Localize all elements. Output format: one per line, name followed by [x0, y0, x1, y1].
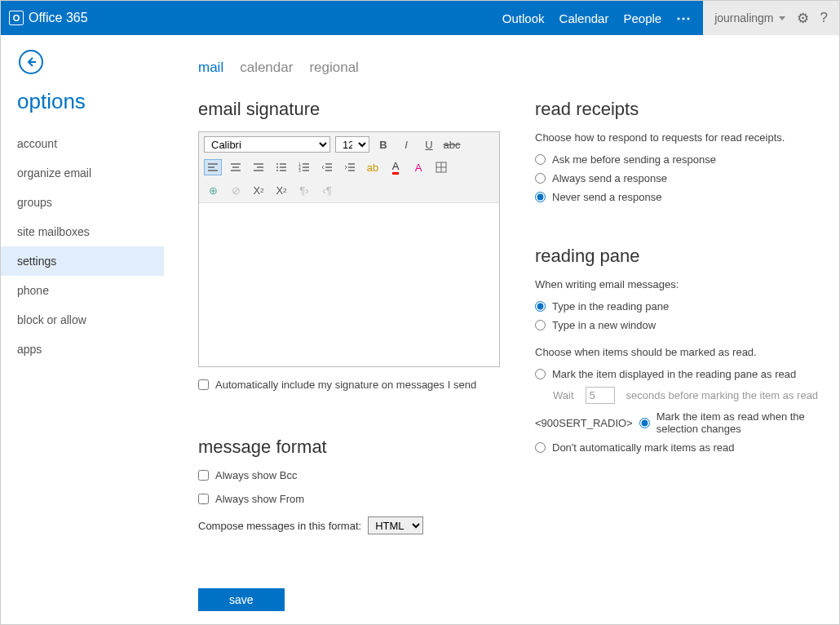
strikethrough-icon[interactable]: abc	[443, 136, 461, 153]
caret-down-icon	[779, 16, 785, 20]
user-bar: journalingm ⚙ ?	[703, 1, 839, 35]
receipts-always-label: Always send a response	[552, 172, 667, 184]
tab-calendar[interactable]: calendar	[240, 60, 293, 76]
nav-people[interactable]: People	[623, 11, 661, 25]
mark-selection-radio[interactable]	[639, 418, 650, 428]
receipts-never-row[interactable]: Never send a response	[535, 191, 833, 203]
auto-include-signature-label: Automatically include my signature on me…	[215, 379, 476, 391]
clear-format-icon[interactable]: A	[409, 159, 427, 175]
indent-icon[interactable]	[341, 159, 359, 175]
brand-text: Office 365	[29, 11, 88, 25]
sidebar-item-site-mailboxes[interactable]: site mailboxes	[1, 217, 164, 246]
svg-point-11	[276, 166, 278, 168]
bold-icon[interactable]: B	[374, 136, 392, 153]
user-menu[interactable]: journalingm	[714, 11, 785, 24]
mark-displayed-radio[interactable]	[535, 369, 546, 379]
receipts-ask-label: Ask me before sending a response	[552, 153, 716, 166]
svg-point-9	[276, 163, 278, 165]
writing-desc: When writing email messages:	[535, 278, 833, 290]
receipts-ask-radio[interactable]	[535, 154, 546, 165]
editor-toolbar: Calibri 12 B I U abc	[199, 132, 499, 203]
sidebar: options account organize email groups si…	[1, 35, 164, 624]
align-right-icon[interactable]	[250, 159, 267, 175]
insert-table-icon[interactable]	[432, 159, 450, 175]
read-receipts-desc: Choose how to respond to requests for re…	[535, 131, 833, 144]
receipts-never-radio[interactable]	[535, 192, 546, 202]
auto-include-signature-row[interactable]: Automatically include my signature on me…	[198, 379, 496, 391]
sidebar-item-block-or-allow[interactable]: block or allow	[1, 305, 164, 335]
link-icon[interactable]: ⊕	[204, 182, 222, 198]
back-button[interactable]	[19, 50, 43, 74]
receipts-always-radio[interactable]	[535, 173, 546, 184]
font-size-select[interactable]: 12	[335, 136, 369, 153]
email-signature-heading: email signature	[198, 99, 496, 120]
compose-format-select[interactable]: HTML	[368, 516, 423, 534]
options-heading: options	[17, 89, 164, 114]
bullet-list-icon[interactable]	[272, 159, 290, 175]
outdent-icon[interactable]	[318, 159, 336, 175]
auto-include-signature-checkbox[interactable]	[198, 379, 209, 390]
top-bar: O Office 365 Outlook Calendar People ⋯ j…	[1, 1, 839, 35]
sidebar-item-phone[interactable]: phone	[1, 276, 164, 305]
subscript-icon[interactable]: X2	[272, 182, 290, 198]
read-receipts-heading: read receipts	[535, 99, 833, 120]
show-bcc-row[interactable]: Always show Bcc	[198, 469, 496, 481]
mark-selection-row[interactable]: <900SERT_RADIO> Mark the item as read wh…	[535, 410, 833, 435]
highlight-icon[interactable]: ab	[364, 159, 382, 175]
help-icon[interactable]: ?	[820, 10, 828, 26]
rtl-icon[interactable]: ‹¶	[318, 182, 336, 198]
save-button[interactable]: save	[198, 588, 285, 611]
ltr-icon[interactable]: ¶›	[295, 182, 313, 198]
user-name: journalingm	[714, 11, 773, 24]
type-in-pane-radio[interactable]	[535, 301, 546, 312]
align-center-icon[interactable]	[227, 159, 245, 175]
office-logo-icon: O	[9, 11, 24, 25]
wait-prefix: Wait	[553, 389, 574, 401]
message-format-heading: message format	[198, 437, 496, 458]
sidebar-item-organize-email[interactable]: organize email	[1, 158, 164, 188]
sidebar-item-groups[interactable]: groups	[1, 188, 164, 217]
nav-outlook[interactable]: Outlook	[502, 11, 545, 25]
tab-mail[interactable]: mail	[198, 60, 223, 76]
mark-never-radio[interactable]	[535, 442, 546, 453]
tabs: mail calendar regional	[198, 60, 833, 76]
wait-suffix: seconds before marking the item as read	[626, 389, 819, 401]
sidebar-item-settings[interactable]: settings	[1, 246, 164, 276]
show-from-row[interactable]: Always show From	[198, 493, 496, 505]
mark-selection-label: Mark the item as read when the selection…	[657, 410, 833, 435]
font-color-icon[interactable]: A	[387, 159, 405, 175]
show-from-checkbox[interactable]	[198, 494, 209, 504]
mark-read-desc: Choose when items should be marked as re…	[535, 346, 833, 358]
tab-regional[interactable]: regional	[309, 60, 359, 76]
align-left-icon[interactable]	[204, 159, 222, 175]
superscript-icon[interactable]: X2	[250, 182, 267, 198]
type-new-window-label: Type in a new window	[552, 319, 656, 331]
italic-icon[interactable]: I	[397, 136, 415, 153]
mark-never-row[interactable]: Don't automatically mark items as read	[535, 441, 833, 454]
type-new-window-row[interactable]: Type in a new window	[535, 319, 833, 331]
receipts-always-row[interactable]: Always send a response	[535, 172, 833, 184]
svg-point-13	[276, 170, 278, 171]
type-new-window-radio[interactable]	[535, 320, 546, 330]
underline-icon[interactable]: U	[420, 136, 438, 153]
font-select[interactable]: Calibri	[204, 136, 330, 153]
receipts-never-label: Never send a response	[552, 191, 661, 203]
nav-more-icon[interactable]: ⋯	[676, 9, 692, 27]
brand[interactable]: O Office 365	[9, 11, 88, 25]
sidebar-item-apps[interactable]: apps	[1, 335, 164, 364]
mark-displayed-row[interactable]: Mark the item displayed in the reading p…	[535, 368, 833, 380]
number-list-icon[interactable]: 123	[295, 159, 313, 175]
mark-displayed-label: Mark the item displayed in the reading p…	[552, 368, 796, 380]
unlink-icon[interactable]: ⊘	[227, 182, 245, 198]
signature-textarea[interactable]	[199, 203, 499, 366]
wait-seconds-input[interactable]	[586, 387, 615, 404]
settings-gear-icon[interactable]: ⚙	[797, 10, 809, 27]
receipts-ask-row[interactable]: Ask me before sending a response	[535, 153, 833, 166]
mark-never-label: Don't automatically mark items as read	[552, 441, 735, 454]
nav-calendar[interactable]: Calendar	[559, 11, 609, 25]
show-bcc-label: Always show Bcc	[215, 469, 297, 481]
sidebar-item-account[interactable]: account	[1, 129, 164, 158]
show-from-label: Always show From	[215, 493, 304, 505]
show-bcc-checkbox[interactable]	[198, 470, 209, 481]
type-in-pane-row[interactable]: Type in the reading pane	[535, 300, 833, 312]
